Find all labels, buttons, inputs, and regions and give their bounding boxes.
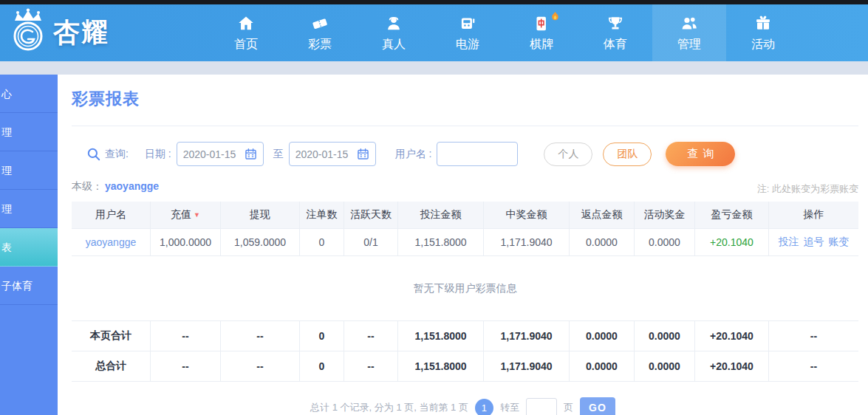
total-label: 本页合计 [72,321,150,351]
search-toolbar: 查询: 日期 : 至 [72,142,735,166]
title-divider [72,126,858,126]
total-active-days: -- [344,351,397,382]
page-unit-label: 页 [564,401,573,414]
nav-item-label: 管理 [677,37,701,52]
nav-item-chess[interactable]: 棋牌 [505,4,578,61]
nav-item-activity[interactable]: 活动 [726,4,800,61]
nav-item-sports[interactable]: 体育 [578,4,652,61]
main-nav: 首页 彩票 真人 [209,4,800,61]
account-change-link[interactable]: 账变 [829,236,850,249]
goto-page-input[interactable] [526,398,557,415]
personal-filter-button[interactable]: 个人 [544,143,592,166]
total-op: -- [768,351,858,382]
search-icon [86,147,101,162]
header-username: 用户名 [72,202,150,229]
header-profit: 盈亏金额 [694,202,768,229]
date-from-field[interactable] [177,142,264,166]
gift-icon [753,14,773,33]
total-op: -- [768,321,858,351]
pagination-summary: 总计 1 个记录, 分为 1 页, 当前第 1 页 [310,401,468,414]
header-actions: 操作 [768,202,858,229]
row-bonus: 0.0000 [634,229,694,256]
sidebar: 心 理 理 理 表 子体育 [0,75,58,415]
level-username: yaoyangge [105,180,159,192]
flame-icon [549,11,561,24]
top-navbar: 杏耀 首页 彩票 [0,4,868,61]
page-title: 彩票报表 [72,88,140,110]
search-button[interactable]: 查询 [666,142,735,166]
total-orders: 0 [299,351,344,382]
account-change-note: 注: 此处账变为彩票账变 [757,182,858,196]
date-range-to-label: 至 [273,148,284,161]
main-content: 彩票报表 查询: 日期 : 至 [58,75,868,415]
date-to-input[interactable] [295,148,354,160]
nav-item-label: 首页 [234,37,258,52]
header-active-days: 活跃天数 [344,202,397,229]
total-rebate: 0.0000 [569,351,634,382]
total-bonus: 0.0000 [634,351,694,382]
total-win: 1,171.9040 [483,351,569,382]
site-logo[interactable]: 杏耀 [7,6,109,60]
nav-item-label: 真人 [382,37,406,52]
lottery-report-table: 用户名 充值 ▼ 提现 注单数 活跃天数 投注金额 中奖金额 返点金额 活动奖金… [72,202,858,382]
row-active-days: 0/1 [344,229,397,256]
total-win: 1,171.9040 [483,321,569,351]
header-recharge-sortable[interactable]: 充值 ▼ [150,202,220,229]
total-bonus: 0.0000 [634,321,694,351]
total-rebate: 0.0000 [569,321,634,351]
row-username-link[interactable]: yaoyangge [86,236,137,248]
sort-desc-arrow-icon: ▼ [194,211,200,219]
go-button[interactable]: GO [580,397,615,415]
row-orders: 0 [299,229,344,256]
total-profit: +20.1040 [694,351,768,382]
trophy-icon [606,14,625,33]
total-active-days: -- [344,321,397,351]
query-label: 查询: [105,148,129,161]
nav-item-label: 电游 [456,37,479,52]
sidebar-item-report[interactable]: 表 [0,228,58,267]
pagination-bar: 总计 1 个记录, 分为 1 页, 当前第 1 页 1 转至 页 GO [58,397,868,415]
calendar-icon[interactable] [357,148,369,160]
nav-item-egames[interactable]: 电游 [431,4,505,61]
slot-machine-icon [458,14,477,33]
date-to-field[interactable] [289,142,376,166]
nav-item-lottery[interactable]: 彩票 [283,4,357,61]
sidebar-item-manage-2[interactable]: 理 [0,151,58,190]
logo-crown-shield-icon [7,8,49,58]
date-from-input[interactable] [183,148,242,160]
mahjong-tile-icon [532,14,551,33]
table-header-row: 用户名 充值 ▼ 提现 注单数 活跃天数 投注金额 中奖金额 返点金额 活动奖金… [72,202,858,229]
sidebar-item-esports[interactable]: 子体育 [0,267,58,305]
total-bet: 1,151.8000 [397,351,483,382]
total-recharge: -- [150,351,220,382]
empty-sub-users-message: 暂无下级用户彩票信息 [72,256,858,321]
header-withdraw: 提现 [220,202,299,229]
ticket-icon [310,14,329,33]
goto-label: 转至 [500,401,519,414]
total-label: 总合计 [72,351,150,382]
live-person-icon [384,14,403,33]
nav-item-admin[interactable]: 管理 [652,4,726,61]
logo-text: 杏耀 [53,15,109,51]
row-withdraw: 1,059.0000 [220,229,299,256]
total-withdraw: -- [220,351,299,382]
bet-detail-link[interactable]: 投注 [779,236,799,249]
sidebar-item-center[interactable]: 心 [0,75,58,113]
header-recharge-label: 充值 [171,208,191,222]
username-input[interactable] [437,142,518,166]
header-orders: 注单数 [299,202,344,229]
sidebar-item-manage-3[interactable]: 理 [0,190,58,228]
row-actions: 投注 追号 账变 [768,229,858,256]
calendar-icon[interactable] [245,148,257,160]
nav-item-live[interactable]: 真人 [357,4,431,61]
total-withdraw: -- [220,321,299,351]
table-row: yaoyangge 1,000.0000 1,059.0000 0 0/1 1,… [72,229,858,256]
sidebar-item-manage-1[interactable]: 理 [0,113,58,151]
header-win-amount: 中奖金额 [483,202,569,229]
page-1-button[interactable]: 1 [475,399,493,415]
team-filter-button[interactable]: 团队 [603,143,652,166]
row-profit: +20.1040 [694,229,768,256]
nav-item-label: 体育 [604,37,627,52]
chase-number-link[interactable]: 追号 [804,236,824,249]
nav-item-home[interactable]: 首页 [209,4,283,61]
